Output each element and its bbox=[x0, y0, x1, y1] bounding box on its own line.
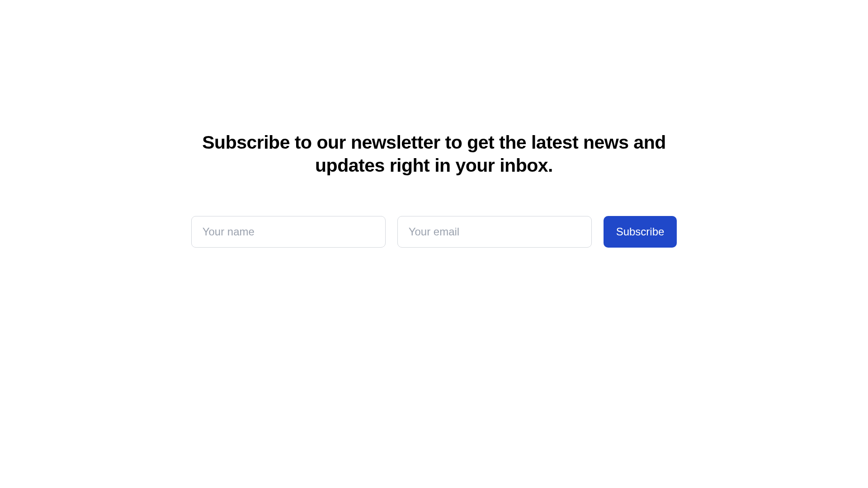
newsletter-section: Subscribe to our newsletter to get the l… bbox=[174, 0, 694, 248]
email-input[interactable] bbox=[397, 216, 592, 248]
newsletter-heading: Subscribe to our newsletter to get the l… bbox=[174, 131, 694, 178]
name-input[interactable] bbox=[191, 216, 386, 248]
subscribe-form: Subscribe bbox=[174, 216, 694, 248]
subscribe-button[interactable]: Subscribe bbox=[604, 216, 677, 248]
